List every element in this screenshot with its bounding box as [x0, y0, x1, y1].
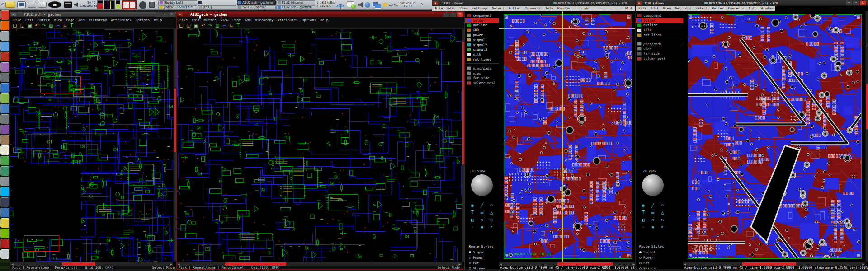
scope-app-icon[interactable]: [0, 208, 9, 217]
layer-color-swatch[interactable]: [467, 76, 471, 80]
route-style-option[interactable]: Skinny: [469, 266, 485, 270]
mail-launcher-icon[interactable]: [5, 2, 15, 8]
layer-color-swatch[interactable]: [467, 28, 471, 32]
mixer-icon[interactable]: [0, 177, 9, 186]
new-file-icon[interactable]: ▢: [179, 23, 183, 28]
terminal-launcher-icon[interactable]: [64, 1, 72, 8]
poly-tool-icon[interactable]: △: [487, 210, 496, 215]
new-file-icon[interactable]: ▢: [13, 23, 17, 28]
globe-icon[interactable]: [365, 2, 370, 8]
viber-icon[interactable]: [0, 125, 9, 134]
save-file-icon[interactable]: ▣: [194, 23, 198, 28]
h-scroll-thumb[interactable]: [742, 262, 796, 266]
antenna-app-icon[interactable]: [0, 249, 9, 259]
menu-item[interactable]: Buffer: [712, 6, 724, 10]
task-button[interactable]: P1U2.sch - gschem: [276, 5, 315, 10]
h-scrollbar[interactable]: ◀ ▶: [10, 262, 173, 266]
gimp-icon[interactable]: [0, 135, 9, 145]
layer-row[interactable]: outline: [636, 23, 683, 28]
arrow-tool-icon[interactable]: ➤: [658, 224, 667, 230]
firefox-icon[interactable]: [0, 21, 9, 30]
skype-icon[interactable]: [0, 187, 9, 196]
schematic-canvas[interactable]: [10, 29, 173, 262]
virtual-layer-row[interactable]: far side: [636, 51, 683, 56]
layer-color-swatch[interactable]: [467, 81, 471, 85]
minimize-button[interactable]: −: [155, 12, 161, 17]
monitor-icon-front[interactable]: [375, 4, 381, 9]
audio-player-icon[interactable]: [0, 114, 9, 124]
titlebar[interactable]: ▼ P1U2 (/home/ HB_BUILD/Build/2014-09-08…: [636, 0, 868, 6]
layer-color-swatch[interactable]: [467, 33, 471, 37]
menu-item[interactable]: Hierarchy: [89, 18, 107, 22]
menu-item[interactable]: Info: [545, 6, 553, 10]
ltspice-icon[interactable]: [0, 239, 9, 248]
trackball-sphere[interactable]: [642, 174, 664, 196]
redo-icon[interactable]: ↷: [42, 23, 46, 28]
menu-item[interactable]: Attributes: [278, 18, 298, 22]
titlebar[interactable]: ▼ P1U2.sch - gschem − + ×: [10, 12, 176, 17]
menu-item[interactable]: View: [220, 18, 228, 22]
menu-item[interactable]: Page: [66, 18, 74, 22]
virtual-layer-row[interactable]: solder mask: [636, 56, 683, 61]
pcb-board-canvas[interactable]: [499, 11, 635, 262]
menu-item[interactable]: File: [435, 6, 443, 10]
menu-item[interactable]: View: [459, 6, 467, 10]
xfig-icon[interactable]: [0, 218, 9, 228]
radio-icon[interactable]: [639, 262, 642, 264]
layer-row[interactable]: signal3: [465, 47, 499, 52]
layer-row[interactable]: component: [636, 13, 683, 18]
radio-icon[interactable]: [469, 267, 471, 270]
opera-icon[interactable]: [0, 10, 9, 20]
layer-color-swatch[interactable]: [467, 38, 471, 42]
layer-row[interactable]: rat lines: [465, 57, 499, 62]
via-tool-icon[interactable]: ◉: [468, 203, 476, 208]
trackball-sphere[interactable]: [471, 174, 493, 196]
task-button[interactable]: P1U2 (/home/: [276, 0, 315, 5]
menu-item[interactable]: Edit: [651, 6, 659, 10]
volume-applet-icon[interactable]: [74, 2, 78, 7]
layer-row[interactable]: solder: [636, 18, 683, 23]
add-component-icon[interactable]: ▥: [215, 23, 219, 28]
radio-icon[interactable]: [639, 251, 642, 253]
menu-item[interactable]: Buffer: [38, 18, 50, 22]
calculator-icon[interactable]: [0, 73, 9, 82]
menu-item[interactable]: File: [13, 18, 21, 22]
menu-item[interactable]: Connects: [728, 6, 745, 10]
h-scroll-thumb[interactable]: [557, 262, 613, 266]
add-bus-icon[interactable]: ∟: [63, 23, 67, 28]
virtual-layer-row[interactable]: far side: [465, 76, 499, 81]
screensaver-launcher-icon[interactable]: [17, 1, 26, 8]
task-button[interactable]: [Inbox - Local Fold...: [158, 5, 197, 10]
layer-row[interactable]: GND: [465, 28, 499, 33]
maximize-button[interactable]: +: [162, 12, 168, 17]
v-scrollbar[interactable]: [173, 29, 176, 262]
layer-color-swatch[interactable]: [637, 28, 642, 32]
virtual-layer-row[interactable]: solder mask: [465, 80, 499, 85]
radio-icon[interactable]: [469, 262, 471, 264]
glabels-icon[interactable]: [0, 156, 9, 165]
virtual-layer-row[interactable]: pins/pads: [465, 66, 499, 71]
menu-item[interactable]: Options: [136, 18, 150, 22]
task-button[interactable]: *A1U2 (/home/: [237, 5, 276, 10]
maximize-button[interactable]: +: [450, 12, 456, 17]
layer-row[interactable]: outline: [465, 23, 499, 28]
pager-icon[interactable]: [149, 2, 155, 8]
nvidia-icon[interactable]: [0, 229, 9, 238]
lock-tool-icon[interactable]: ▪: [477, 224, 486, 230]
panel-collapse-right[interactable]: >: [420, 2, 424, 6]
network-monitor-applet[interactable]: ↓ 16.8 KiB/s ↑ 330 B/s: [316, 1, 335, 8]
task-button[interactable]: [PSU]: [198, 5, 236, 10]
menu-item[interactable]: Attributes: [111, 18, 132, 22]
menu-item[interactable]: Hierarchy: [255, 18, 274, 22]
route-style-option[interactable]: Power: [639, 255, 656, 260]
task-button[interactable]: [198, 0, 236, 5]
poly-tool-icon[interactable]: △: [658, 210, 667, 215]
schematic-canvas-area[interactable]: A B A B: [177, 29, 462, 262]
lock-tool-icon[interactable]: ▪: [648, 224, 657, 230]
add-bus-icon[interactable]: ∟: [230, 23, 233, 28]
open-file-icon[interactable]: ◱: [186, 23, 190, 28]
menu-item[interactable]: Add: [245, 18, 251, 22]
line-tool-icon[interactable]: ╱: [477, 203, 486, 208]
menu-item[interactable]: File: [179, 18, 188, 22]
titlebar[interactable]: ▼ A1U2.sch - gschem − + ×: [177, 12, 464, 17]
